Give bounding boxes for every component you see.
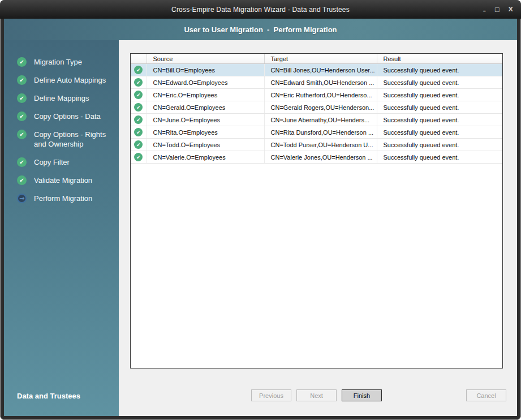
table-row[interactable]: CN=Rita.O=EmployeesCN=Rita Dunsford,OU=H… (131, 126, 502, 139)
sidebar-step-copy-options-data[interactable]: Copy Options - Data (17, 112, 119, 121)
sidebar-step-label: Copy Filter (34, 157, 119, 167)
sidebar-step-label: Copy Options - Rights and Ownership (34, 130, 119, 149)
cell-status (131, 114, 147, 126)
cell-target: CN=Valerie Jones,OU=Henderson ... (264, 151, 377, 164)
table-row[interactable]: CN=Gerald.O=EmployeesCN=Gerald Rogers,OU… (131, 101, 502, 114)
table-header-row: SourceTargetResult (131, 54, 502, 64)
check-circle-icon (17, 157, 27, 167)
cell-target: CN=June Abernathy,OU=Henders... (264, 114, 377, 126)
sidebar-step-label: Define Mappings (34, 93, 119, 103)
table-row[interactable]: CN=Edward.O=EmployeesCN=Edward Smith,OU=… (131, 76, 502, 89)
previous-button[interactable]: Previous (251, 389, 291, 401)
sidebar-step-define-mappings[interactable]: Define Mappings (17, 93, 119, 103)
window-title: Cross-Empire Data Migration Wizard - Dat… (171, 6, 350, 14)
cell-status (131, 89, 147, 101)
cell-status (131, 151, 147, 164)
cell-source: CN=Todd.O=Employees (147, 139, 264, 151)
sidebar-step-copy-filter[interactable]: Copy Filter (17, 157, 119, 167)
success-check-icon (134, 140, 143, 149)
column-header-target[interactable]: Target (264, 54, 377, 64)
cell-result: Successfully queued event. (377, 76, 502, 89)
sidebar-step-label: Define Auto Mappings (34, 75, 119, 85)
table-body: CN=Bill.O=EmployeesCN=Bill Jones,OU=Hend… (131, 64, 502, 164)
sidebar-step-migration-type[interactable]: Migration Type (17, 57, 119, 67)
cell-source: CN=Edward.O=Employees (147, 76, 264, 89)
success-check-icon (134, 78, 143, 87)
cell-result: Successfully queued event. (377, 114, 502, 126)
check-circle-icon (17, 57, 27, 67)
wizard-step-header: User to User Migration - Perform Migrati… (4, 19, 517, 40)
cell-source: CN=Bill.O=Employees (147, 64, 264, 76)
table-row[interactable]: CN=Eric.O=EmployeesCN=Eric Rutherford,OU… (131, 89, 502, 101)
cell-target: CN=Bill Jones,OU=Henderson User... (264, 64, 377, 76)
cell-target: CN=Rita Dunsford,OU=Henderson ... (264, 126, 377, 139)
check-circle-icon (17, 112, 27, 121)
success-check-icon (134, 91, 143, 99)
table-row[interactable]: CN=Bill.O=EmployeesCN=Bill Jones,OU=Hend… (131, 64, 502, 76)
cell-result: Successfully queued event. (377, 64, 502, 76)
cancel-button[interactable]: Cancel (466, 389, 506, 401)
sidebar-step-label: Migration Type (34, 57, 119, 67)
table-row[interactable]: CN=June.O=EmployeesCN=June Abernathy,OU=… (131, 114, 502, 126)
check-circle-icon (17, 175, 27, 185)
titlebar[interactable]: Cross-Empire Data Migration Wizard - Dat… (0, 0, 521, 19)
step-header-title: User to User Migration - Perform Migrati… (184, 25, 337, 34)
cell-result: Successfully queued event. (377, 89, 502, 101)
sidebar-step-validate-migration[interactable]: Validate Migration (17, 175, 119, 185)
sidebar-step-copy-options-rights-and-ownership[interactable]: Copy Options - Rights and Ownership (17, 130, 119, 149)
check-circle-icon (17, 130, 27, 139)
arrow-circle-icon (17, 194, 27, 203)
sidebar-step-label: Validate Migration (34, 175, 119, 185)
success-check-icon (134, 66, 143, 74)
table-row[interactable]: CN=Todd.O=EmployeesCN=Todd Purser,OU=Hen… (131, 139, 502, 151)
sidebar: Migration TypeDefine Auto MappingsDefine… (4, 40, 119, 416)
close-icon[interactable]: X (509, 6, 513, 12)
window-content: User to User Migration - Perform Migrati… (4, 19, 517, 416)
migration-results-table[interactable]: SourceTargetResult CN=Bill.O=EmployeesCN… (131, 54, 502, 164)
table-row[interactable]: CN=Valerie.O=EmployeesCN=Valerie Jones,O… (131, 151, 502, 164)
success-check-icon (134, 103, 143, 112)
cell-source: CN=June.O=Employees (147, 114, 264, 126)
cell-result: Successfully queued event. (377, 126, 502, 139)
sidebar-step-define-auto-mappings[interactable]: Define Auto Mappings (17, 75, 119, 85)
sidebar-step-perform-migration[interactable]: Perform Migration (17, 194, 119, 203)
cell-status (131, 139, 147, 151)
window-controls: – □ X (483, 0, 513, 19)
sidebar-step-label: Perform Migration (34, 194, 119, 203)
cell-status (131, 64, 147, 76)
cell-target: CN=Gerald Rogers,OU=Henderson... (264, 101, 377, 114)
wizard-window: Cross-Empire Data Migration Wizard - Dat… (0, 0, 521, 420)
sidebar-steps: Migration TypeDefine Auto MappingsDefine… (4, 40, 119, 203)
wizard-name-label: Data and Trustees (17, 392, 80, 400)
check-circle-icon (17, 93, 27, 103)
cell-target: CN=Edward Smith,OU=Henderson ... (264, 76, 377, 89)
main-panel: SourceTargetResult CN=Bill.O=EmployeesCN… (119, 40, 517, 416)
cell-status (131, 126, 147, 139)
column-header-source[interactable]: Source (147, 54, 264, 64)
cell-status (131, 76, 147, 89)
finish-button[interactable]: Finish (342, 389, 382, 401)
cell-source: CN=Rita.O=Employees (147, 126, 264, 139)
cell-source: CN=Eric.O=Employees (147, 89, 264, 101)
cell-result: Successfully queued event. (377, 151, 502, 164)
minimize-icon[interactable]: – (483, 8, 486, 14)
cell-result: Successfully queued event. (377, 101, 502, 114)
success-check-icon (134, 115, 143, 124)
check-circle-icon (17, 75, 27, 85)
cell-target: CN=Eric Rutherford,OU=Henderso... (264, 89, 377, 101)
sidebar-step-label: Copy Options - Data (34, 112, 119, 121)
migration-results-panel: SourceTargetResult CN=Bill.O=EmployeesCN… (130, 53, 503, 368)
column-header-result[interactable]: Result (377, 54, 502, 64)
maximize-icon[interactable]: □ (494, 6, 500, 12)
cell-result: Successfully queued event. (377, 139, 502, 151)
cell-source: CN=Valerie.O=Employees (147, 151, 264, 164)
cell-target: CN=Todd Purser,OU=Henderson U... (264, 139, 377, 151)
column-header-status[interactable] (131, 54, 147, 64)
cell-source: CN=Gerald.O=Employees (147, 101, 264, 114)
next-button[interactable]: Next (296, 389, 337, 401)
success-check-icon (134, 153, 143, 161)
success-check-icon (134, 128, 143, 136)
cell-status (131, 101, 147, 114)
